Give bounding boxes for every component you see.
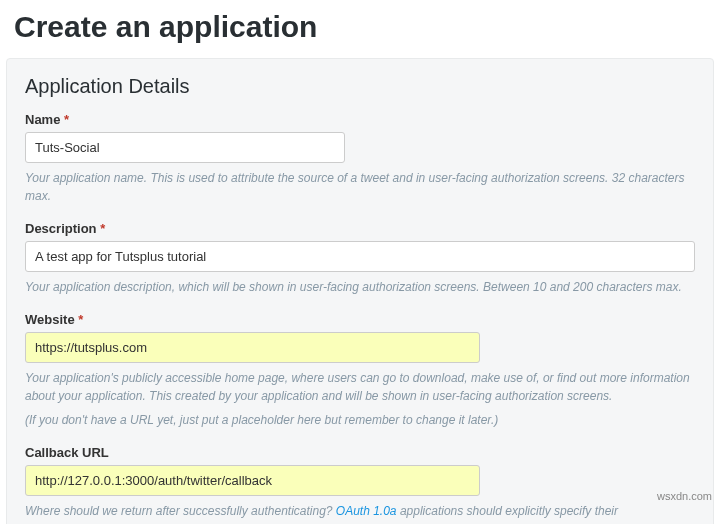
page-title: Create an application (14, 10, 706, 44)
name-group: Name * Your application name. This is us… (25, 112, 695, 205)
name-label: Name * (25, 112, 695, 127)
name-help: Your application name. This is used to a… (25, 169, 695, 205)
oauth-link[interactable]: OAuth 1.0a (336, 504, 397, 518)
callback-help-before: Where should we return after successfull… (25, 504, 336, 518)
name-required: * (64, 112, 69, 127)
callback-group: Callback URL Where should we return afte… (25, 445, 695, 524)
description-required: * (100, 221, 105, 236)
name-label-text: Name (25, 112, 60, 127)
callback-label-text: Callback URL (25, 445, 109, 460)
name-input[interactable] (25, 132, 345, 163)
description-group: Description * Your application descripti… (25, 221, 695, 296)
application-details-panel: Application Details Name * Your applicat… (6, 58, 714, 524)
description-label: Description * (25, 221, 695, 236)
callback-input[interactable] (25, 465, 480, 496)
website-label: Website * (25, 312, 695, 327)
website-group: Website * Your application's publicly ac… (25, 312, 695, 429)
watermark: wsxdn.com (657, 490, 712, 502)
website-help-2: (If you don't have a URL yet, just put a… (25, 411, 695, 429)
website-help-1: Your application's publicly accessible h… (25, 369, 695, 405)
panel-heading: Application Details (25, 75, 695, 98)
website-required: * (78, 312, 83, 327)
page-header: Create an application (0, 0, 720, 58)
callback-label: Callback URL (25, 445, 695, 460)
website-input[interactable] (25, 332, 480, 363)
description-label-text: Description (25, 221, 97, 236)
website-label-text: Website (25, 312, 75, 327)
description-help: Your application description, which will… (25, 278, 695, 296)
description-input[interactable] (25, 241, 695, 272)
callback-help: Where should we return after successfull… (25, 502, 695, 524)
